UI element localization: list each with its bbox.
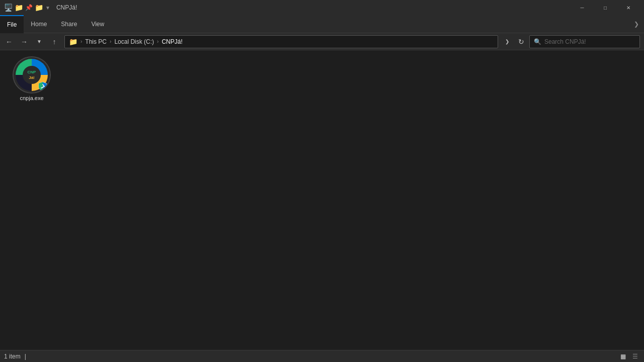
title-bar: 🖥️ 📁 📌 📁 ▼ CNPJá! ─ □ ✕ — [0, 0, 644, 15]
search-bar[interactable]: 🔍 Search CNPJá! — [529, 35, 640, 48]
tab-home[interactable]: Home — [24, 15, 54, 33]
sep3: › — [157, 39, 158, 44]
back-button[interactable]: ← — [2, 35, 16, 48]
search-icon: 🔍 — [534, 38, 541, 45]
title-bar-icons: 🖥️ 📁 📌 📁 ▼ — [4, 4, 50, 12]
up-button[interactable]: ↑ — [47, 35, 61, 48]
status-bar: 1 item | ▦ ☰ — [0, 350, 644, 362]
ribbon: File Home Share View ❯ — [0, 15, 644, 33]
file-icon-wrapper: CNP Já! — [14, 57, 50, 93]
ribbon-chevron[interactable]: ❯ — [629, 21, 644, 28]
app-icon: 🖥️ — [4, 4, 13, 12]
address-dropdown-button[interactable]: ❯ — [501, 35, 513, 48]
breadcrumb-local-disk[interactable]: Local Disk (C:) — [114, 38, 154, 45]
search-placeholder: Search CNPJá! — [544, 38, 586, 45]
sep2: › — [110, 39, 111, 44]
tab-file[interactable]: File — [0, 15, 24, 33]
quick-access-icon[interactable]: 📁 — [15, 4, 23, 12]
tab-view[interactable]: View — [84, 15, 111, 33]
file-icon-svg: CNP Já! — [14, 57, 50, 93]
item-count: 1 item — [4, 353, 21, 360]
maximize-button[interactable]: □ — [594, 0, 617, 15]
status-left: 1 item | — [4, 353, 26, 360]
file-item-cnpja[interactable]: CNP Já! cnpja.exe — [4, 54, 59, 105]
folder-icon[interactable]: 📁 — [35, 4, 43, 12]
address-bar[interactable]: 📁 › This PC › Local Disk (C:) › CNPJá! — [64, 35, 498, 48]
window-title: CNPJá! — [52, 4, 569, 11]
status-right: ▦ ☰ — [618, 351, 640, 361]
recent-button[interactable]: ▼ — [32, 35, 46, 48]
sep1: › — [80, 39, 82, 44]
refresh-button[interactable]: ↻ — [514, 35, 528, 48]
breadcrumb-current: CNPJá! — [162, 38, 182, 45]
breadcrumb-this-pc[interactable]: This PC — [85, 38, 107, 45]
minimize-button[interactable]: ─ — [571, 0, 594, 15]
folder-address-icon: 📁 — [69, 38, 77, 46]
status-separator: | — [25, 353, 26, 360]
close-button[interactable]: ✕ — [617, 0, 640, 15]
view-list-button[interactable]: ☰ — [630, 351, 640, 361]
dropdown-arrow[interactable]: ▼ — [45, 5, 50, 11]
view-grid-button[interactable]: ▦ — [618, 351, 628, 361]
file-name-cnpja: cnpja.exe — [20, 95, 43, 102]
file-area: CNP Já! cnpja.exe — [0, 50, 644, 350]
forward-button[interactable]: → — [17, 35, 31, 48]
svg-point-1 — [23, 66, 41, 84]
main-content: CNP Já! cnpja.exe — [0, 50, 644, 350]
svg-text:Já!: Já! — [29, 75, 35, 80]
svg-text:CNP: CNP — [28, 70, 37, 74]
window-controls: ─ □ ✕ — [571, 0, 640, 15]
tab-share[interactable]: Share — [54, 15, 84, 33]
pin-icon[interactable]: 📌 — [25, 4, 33, 11]
nav-bar: ← → ▼ ↑ 📁 › This PC › Local Disk (C:) › … — [0, 33, 644, 50]
